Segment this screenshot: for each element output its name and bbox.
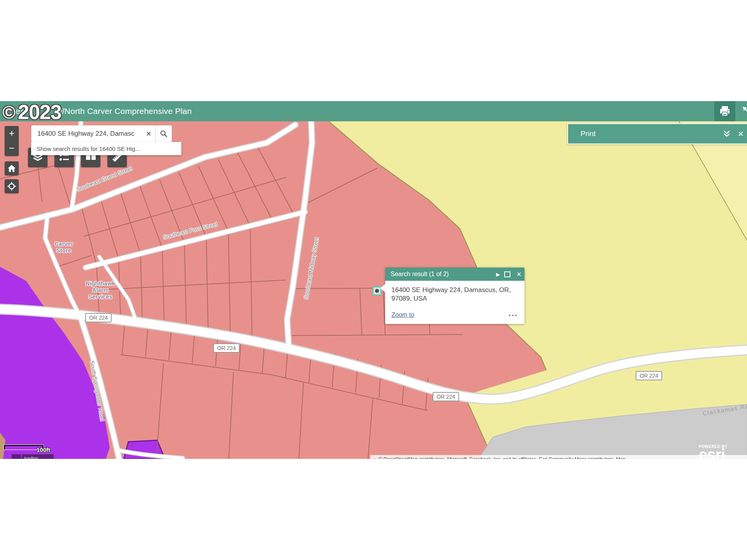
next-result-icon[interactable]: ▶: [493, 271, 503, 277]
search-button[interactable]: [155, 125, 172, 142]
zoom-in-button[interactable]: +: [5, 126, 19, 141]
popup-header: Search result (1 of 2) ▶ ✕: [385, 268, 524, 281]
carver-store-label: CarverStore: [54, 240, 73, 254]
coordinates-icon[interactable]: [12, 454, 21, 459]
printer-icon: [719, 106, 730, 116]
search-box: ✕: [31, 125, 156, 142]
result-address-line1: 16400 SE Highway 224, Damascus, OR,: [391, 286, 518, 294]
popup-title: Search result (1 of 2): [391, 271, 493, 278]
app-header: ea ey/North Carver Comprehensive Plan: [0, 101, 747, 121]
print-button[interactable]: [714, 101, 735, 121]
search-result-popup: Search result (1 of 2) ▶ ✕ 16400 SE High…: [385, 268, 524, 324]
zoom-to-link[interactable]: Zoom to: [391, 312, 414, 318]
popup-body: 16400 SE Highway 224, Damascus, OR, 9708…: [385, 281, 524, 324]
search-suggestion-text: Show search results for 16400 SE Hig...: [37, 145, 140, 152]
river-label: Clackamas Riv: [702, 402, 747, 417]
scalebar: 100ft: [4, 445, 44, 450]
print-panel-title: Print: [580, 130, 723, 138]
midway-street-label: Southeast Midway Street: [303, 237, 320, 300]
search-input[interactable]: [37, 130, 142, 138]
search-icon: [160, 130, 168, 138]
more-options-icon[interactable]: •••: [509, 312, 518, 318]
home-button[interactable]: [5, 161, 19, 175]
foss-street-label: Southeast Foss Street: [162, 221, 218, 240]
close-popup-icon[interactable]: ✕: [514, 271, 524, 278]
home-icon: [8, 165, 16, 172]
chevron-double-down-icon: [723, 130, 731, 137]
my-location-button[interactable]: [5, 179, 19, 193]
search-suggestion[interactable]: Show search results for 16400 SE Hig...: [31, 142, 181, 155]
route-badge-or224: OR 224: [85, 313, 112, 322]
scalebar-label: 100ft: [37, 446, 50, 453]
app-window: Southeast Grand StreetSoutheast Foss Str…: [0, 0, 747, 560]
clear-search-icon[interactable]: ✕: [142, 130, 155, 138]
attribution-bar: « © OpenStreetMap contributors, Microsof…: [370, 455, 747, 459]
zoom-out-button[interactable]: −: [5, 141, 19, 156]
route-badge-or224: OR 224: [636, 371, 662, 380]
app-title: ey/North Carver Comprehensive Plan: [53, 107, 192, 116]
coordinates-text: loading...: [22, 454, 54, 459]
marker-dot: [375, 289, 379, 293]
zoom-control: + −: [5, 126, 19, 156]
app-title-prefix: ea: [16, 107, 25, 116]
attribution-text: © OpenStreetMap contributors, Microsoft,…: [379, 455, 630, 459]
coordinates-widget[interactable]: loading...: [12, 454, 54, 459]
route-badge-or224: OR 224: [213, 343, 240, 353]
arrow-icon: [742, 105, 747, 117]
springwater-road-label: South Springwater Road: [89, 360, 105, 422]
route-badge-or224: OR 224: [433, 392, 459, 401]
collapse-panel-button[interactable]: [723, 130, 731, 137]
attribution-toggle-icon[interactable]: «: [370, 455, 379, 459]
result-address-line2: 97089, USA: [391, 294, 518, 303]
esri-logo: esri: [699, 449, 727, 459]
nighthawk-label: NighthawkAlarmServices: [86, 280, 115, 300]
popup-pointer: [380, 284, 386, 292]
measure-button[interactable]: [737, 101, 747, 121]
maximize-icon[interactable]: [504, 271, 510, 277]
print-panel: Print ✕: [567, 123, 747, 144]
powered-by-esri: POWERED BY esri: [699, 445, 727, 459]
close-panel-icon[interactable]: ✕: [738, 130, 744, 138]
grand-street-label: Southeast Grand Street: [75, 165, 133, 193]
locate-icon: [7, 182, 16, 191]
